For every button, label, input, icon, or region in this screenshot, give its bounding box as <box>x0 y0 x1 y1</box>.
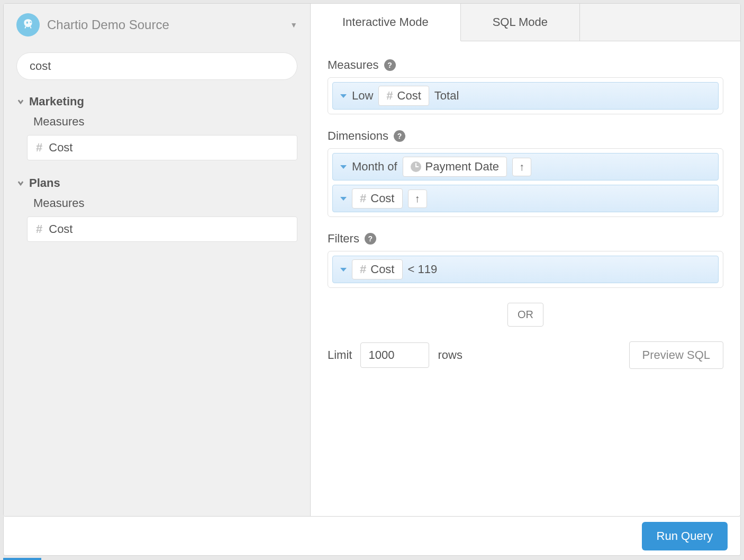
query-builder: Measures ? Low # Cost Total <box>311 41 740 516</box>
field-label: Cost <box>49 222 72 236</box>
aggregate-prefix: Low <box>352 89 373 103</box>
hash-icon: # <box>386 89 393 103</box>
app-root: Chartio Demo Source ▼ Marketing Measures… <box>0 0 744 560</box>
field-chip[interactable]: Payment Date <box>403 157 507 177</box>
schema-group: Plans Measures # Cost <box>4 170 310 251</box>
footer-bar: Run Query <box>3 517 741 556</box>
field-chip[interactable]: # Cost <box>352 259 403 279</box>
sidebar: Chartio Demo Source ▼ Marketing Measures… <box>4 4 311 516</box>
help-icon[interactable]: ? <box>365 233 376 245</box>
chip-label: Payment Date <box>425 160 499 174</box>
help-icon[interactable]: ? <box>394 130 405 142</box>
filter-condition: < 119 <box>408 263 438 276</box>
group-subheader: Measures <box>16 112 297 132</box>
run-query-button[interactable]: Run Query <box>642 522 728 550</box>
hash-icon: # <box>36 141 42 155</box>
help-icon[interactable]: ? <box>384 59 396 71</box>
aggregate-suffix: Total <box>434 89 459 103</box>
group-name: Plans <box>29 176 60 190</box>
hash-icon: # <box>36 222 42 236</box>
accent-strip <box>3 558 41 560</box>
main-area: Interactive Mode SQL Mode Measures ? Low… <box>311 4 740 516</box>
field-label: Cost <box>49 141 72 155</box>
datasource-label: Chartio Demo Source <box>47 17 283 32</box>
filter-pill[interactable]: # Cost < 119 <box>332 256 719 283</box>
chevron-down-icon <box>16 97 25 106</box>
chevron-down-icon <box>16 179 25 187</box>
tab-sql[interactable]: SQL Mode <box>461 4 580 41</box>
main-panel: Chartio Demo Source ▼ Marketing Measures… <box>3 3 741 517</box>
chip-label: Cost <box>370 263 394 276</box>
filters-dropzone[interactable]: # Cost < 119 <box>328 251 723 288</box>
field-chip[interactable]: # Cost <box>378 86 429 106</box>
caret-down-icon <box>340 268 347 272</box>
caret-down-icon <box>340 197 347 201</box>
field-item-cost[interactable]: # Cost <box>27 216 297 242</box>
mode-tabs: Interactive Mode SQL Mode <box>311 4 740 41</box>
search-input[interactable] <box>16 52 297 80</box>
or-button[interactable]: OR <box>507 303 543 327</box>
section-title: Measures <box>328 58 379 72</box>
or-separator: OR <box>328 303 723 327</box>
dimensions-label: Dimensions ? <box>328 129 723 143</box>
caret-down-icon <box>340 94 347 98</box>
sort-asc-button[interactable]: ↑ <box>408 189 427 208</box>
sort-asc-button[interactable]: ↑ <box>512 158 531 176</box>
caret-down-icon <box>340 165 347 169</box>
field-chip[interactable]: # Cost <box>352 188 403 209</box>
group-header-marketing[interactable]: Marketing <box>16 92 297 112</box>
limit-label: Limit <box>328 348 352 362</box>
postgres-icon <box>16 13 40 37</box>
field-item-cost[interactable]: # Cost <box>27 135 297 160</box>
group-header-plans[interactable]: Plans <box>16 173 297 193</box>
hash-icon: # <box>360 263 366 276</box>
bucket-prefix: Month of <box>352 160 397 174</box>
tab-interactive[interactable]: Interactive Mode <box>311 4 461 41</box>
limit-suffix: rows <box>438 348 462 362</box>
dimension-pill[interactable]: Month of Payment Date ↑ <box>332 153 719 180</box>
section-title: Filters <box>328 232 359 246</box>
chevron-down-icon: ▼ <box>290 21 297 29</box>
dimension-pill[interactable]: # Cost ↑ <box>332 185 719 212</box>
group-name: Marketing <box>29 95 84 109</box>
limit-input[interactable] <box>360 342 429 368</box>
group-subheader: Measures <box>16 193 297 213</box>
hash-icon: # <box>360 192 366 205</box>
clock-icon <box>411 161 421 172</box>
filters-label: Filters ? <box>328 232 723 246</box>
schema-group: Marketing Measures # Cost <box>4 88 310 170</box>
search-wrap <box>4 46 310 88</box>
measures-dropzone[interactable]: Low # Cost Total <box>328 77 723 114</box>
preview-sql-button[interactable]: Preview SQL <box>629 341 723 369</box>
limit-row: Limit rows Preview SQL <box>328 341 723 369</box>
measures-label: Measures ? <box>328 58 723 72</box>
datasource-selector[interactable]: Chartio Demo Source ▼ <box>4 4 310 46</box>
chip-label: Cost <box>397 89 421 103</box>
measure-pill[interactable]: Low # Cost Total <box>332 82 719 110</box>
chip-label: Cost <box>370 192 394 205</box>
dimensions-dropzone[interactable]: Month of Payment Date ↑ # Cost ↑ <box>328 148 723 217</box>
section-title: Dimensions <box>328 129 388 143</box>
